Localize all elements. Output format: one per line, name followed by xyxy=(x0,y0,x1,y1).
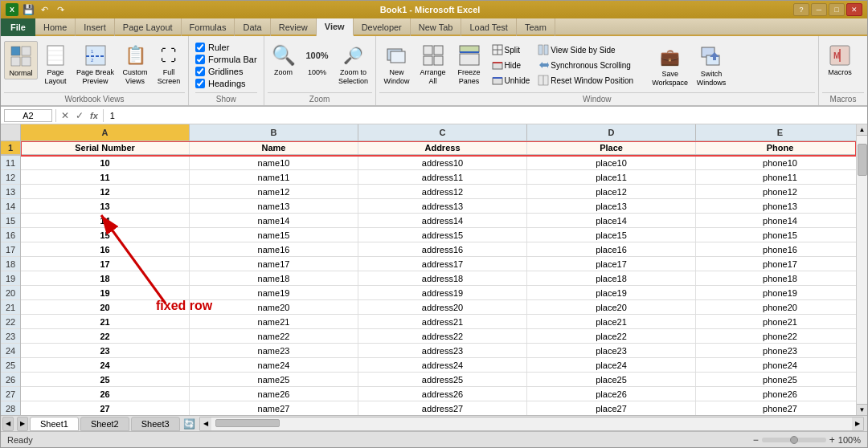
grid-cell[interactable]: name17 xyxy=(190,257,358,271)
gridlines-checkbox[interactable] xyxy=(195,67,205,76)
grid-cell[interactable]: name13 xyxy=(190,199,358,213)
tab-view[interactable]: View xyxy=(317,18,354,36)
grid-cell[interactable]: address12 xyxy=(358,185,527,198)
grid-cell[interactable]: phone24 xyxy=(696,358,856,372)
page-layout-button[interactable]: PageLayout xyxy=(39,41,72,88)
help-icon[interactable]: ? xyxy=(793,3,809,16)
grid-cell[interactable]: phone21 xyxy=(696,315,856,328)
quick-access-undo[interactable]: ↶ xyxy=(38,3,51,16)
view-side-by-side-button[interactable]: View Side by Side xyxy=(534,43,647,57)
reset-window-position-button[interactable]: Reset Window Position xyxy=(534,73,647,88)
grid-cell[interactable]: address21 xyxy=(358,315,527,328)
tab-data[interactable]: Data xyxy=(235,18,270,36)
grid-cell[interactable]: place19 xyxy=(527,286,696,299)
row-num-26[interactable]: 26 xyxy=(1,373,20,387)
arrange-all-button[interactable]: ArrangeAll xyxy=(416,41,450,88)
row-num-16[interactable]: 16 xyxy=(1,228,20,242)
h-scroll-left[interactable]: ◀ xyxy=(200,417,211,430)
zoom-to-selection-button[interactable]: 🔎 Zoom toSelection xyxy=(335,41,372,88)
grid-cell[interactable]: place20 xyxy=(527,300,696,314)
row-num-21[interactable]: 21 xyxy=(1,300,20,315)
row-num-15[interactable]: 15 xyxy=(1,214,20,228)
grid-cell[interactable]: phone15 xyxy=(696,228,856,242)
grid-cell[interactable]: phone11 xyxy=(696,170,856,184)
grid-cell[interactable]: phone27 xyxy=(696,401,856,415)
grid-cell[interactable]: 25 xyxy=(21,373,190,386)
row-num-13[interactable]: 13 xyxy=(1,185,20,199)
formula-bar-checkbox[interactable] xyxy=(195,55,205,64)
grid-cell[interactable]: place24 xyxy=(527,358,696,372)
grid-cell[interactable]: phone12 xyxy=(696,185,856,198)
headings-checkbox[interactable] xyxy=(195,79,205,88)
row-num-1[interactable]: 1 xyxy=(1,141,20,156)
close-button[interactable]: ✕ xyxy=(846,3,862,16)
row-num-22[interactable]: 22 xyxy=(1,315,20,329)
grid-cell[interactable]: place18 xyxy=(527,271,696,285)
grid-cell[interactable]: 23 xyxy=(21,344,190,357)
tab-developer[interactable]: Developer xyxy=(354,18,411,36)
zoom-100-button[interactable]: 100% 100% xyxy=(301,41,334,78)
col-header-b[interactable]: B xyxy=(190,124,358,141)
row-num-25[interactable]: 25 xyxy=(1,358,20,373)
grid-cell[interactable]: address14 xyxy=(358,214,527,227)
row-num-14[interactable]: 14 xyxy=(1,199,20,214)
tab-review[interactable]: Review xyxy=(271,18,317,36)
grid-cell[interactable]: phone10 xyxy=(696,156,856,169)
grid-cell[interactable]: address13 xyxy=(358,199,527,213)
grid-cell[interactable]: 14 xyxy=(21,214,190,227)
row-num-20[interactable]: 20 xyxy=(1,286,20,300)
grid-cell[interactable]: phone18 xyxy=(696,271,856,285)
zoom-button[interactable]: 🔍 Zoom xyxy=(268,41,300,78)
row-num-24[interactable]: 24 xyxy=(1,344,20,358)
grid-cell[interactable]: address23 xyxy=(358,344,527,357)
col-header-c[interactable]: C xyxy=(358,124,527,141)
grid-cell[interactable]: address10 xyxy=(358,156,527,169)
grid-cell[interactable]: name20 xyxy=(190,300,358,314)
grid-cell[interactable]: phone19 xyxy=(696,286,856,299)
grid-cell[interactable]: 11 xyxy=(21,170,190,184)
grid-cell[interactable]: place14 xyxy=(527,214,696,227)
grid-cell[interactable]: 12 xyxy=(21,185,190,198)
grid-cell[interactable]: name11 xyxy=(190,170,358,184)
save-workspace-button[interactable]: 💼 SaveWorkspace xyxy=(649,43,691,89)
grid-cell[interactable]: place25 xyxy=(527,373,696,386)
switch-windows-button[interactable]: SwitchWindows xyxy=(693,43,730,89)
hide-button[interactable]: Hide xyxy=(489,58,534,72)
grid-cell[interactable]: name14 xyxy=(190,214,358,227)
new-window-button[interactable]: NewWindow xyxy=(379,41,415,88)
scroll-track[interactable] xyxy=(857,136,867,404)
tab-file[interactable]: File xyxy=(1,18,35,36)
grid-cell[interactable]: address24 xyxy=(358,358,527,372)
headings-checkbox-item[interactable]: Headings xyxy=(195,79,257,88)
h-scroll-right[interactable]: ▶ xyxy=(852,417,863,430)
h-scroll-track[interactable] xyxy=(211,417,852,430)
tab-new-tab[interactable]: New Tab xyxy=(411,18,462,36)
grid-cell[interactable]: name24 xyxy=(190,358,358,372)
grid-cell[interactable]: 20 xyxy=(21,300,190,314)
grid-cell[interactable]: phone25 xyxy=(696,373,856,386)
ruler-checkbox-item[interactable]: Ruler xyxy=(195,43,257,52)
grid-cell[interactable]: 22 xyxy=(21,329,190,343)
page-break-preview-button[interactable]: 12 Page BreakPreview xyxy=(73,41,117,88)
col-header-a[interactable]: A xyxy=(21,124,190,141)
ruler-checkbox[interactable] xyxy=(195,43,205,52)
row-num-17[interactable]: 17 xyxy=(1,242,20,257)
cell-e1[interactable]: Phone xyxy=(696,141,856,154)
grid-cell[interactable]: place21 xyxy=(527,315,696,328)
insert-function-icon[interactable]: fx xyxy=(88,111,100,120)
grid-cell[interactable]: 27 xyxy=(21,401,190,415)
grid-cell[interactable]: name15 xyxy=(190,228,358,242)
tab-team[interactable]: Team xyxy=(517,18,555,36)
grid-cell[interactable]: place15 xyxy=(527,228,696,242)
grid-cell[interactable]: address15 xyxy=(358,228,527,242)
grid-cell[interactable]: place17 xyxy=(527,257,696,271)
cancel-formula-icon[interactable]: ✕ xyxy=(59,110,71,121)
grid-cell[interactable]: name25 xyxy=(190,373,358,386)
col-header-e[interactable]: E xyxy=(696,124,856,141)
row-num-19[interactable]: 19 xyxy=(1,271,20,286)
grid-cell[interactable]: 15 xyxy=(21,228,190,242)
split-button[interactable]: Split xyxy=(489,43,534,57)
cell-reference-box[interactable]: A2 xyxy=(4,109,52,122)
grid-cell[interactable]: name22 xyxy=(190,329,358,343)
grid-cell[interactable]: place26 xyxy=(527,387,696,401)
